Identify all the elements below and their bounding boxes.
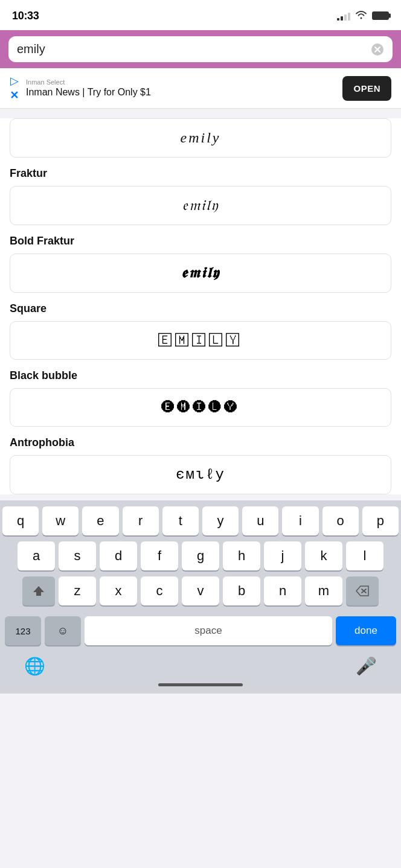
key-m[interactable]: m xyxy=(305,576,342,605)
microphone-icon[interactable]: 🎤 xyxy=(356,656,377,676)
search-input-wrap: emily xyxy=(8,36,393,62)
home-bar-line xyxy=(158,683,243,686)
results-area: emily Fraktur 𝔢𝔪𝔦𝔩𝔶 Bold Fraktur 𝖊𝖒𝖎𝖑𝖞 S… xyxy=(0,118,401,494)
key-g[interactable]: g xyxy=(182,541,219,570)
key-p[interactable]: p xyxy=(362,506,399,535)
antrophobia-text: ємιℓу xyxy=(176,467,225,483)
first-result-text: emily xyxy=(181,130,221,145)
emoji-key[interactable]: ☺ xyxy=(45,616,81,645)
key-k[interactable]: k xyxy=(305,541,342,570)
key-l[interactable]: l xyxy=(346,541,383,570)
square-text: 🄴🄼🄸🄻🅈 xyxy=(158,333,243,348)
clear-button[interactable] xyxy=(371,43,384,56)
backspace-key[interactable] xyxy=(346,576,379,605)
key-a[interactable]: a xyxy=(18,541,55,570)
section-label-bold-fraktur: Bold Fraktur xyxy=(10,235,391,247)
signal-icon xyxy=(337,11,350,21)
key-z[interactable]: z xyxy=(59,576,96,605)
keyboard-row-2: a s d f g h j k l xyxy=(2,541,399,570)
key-r[interactable]: r xyxy=(123,506,159,535)
key-h[interactable]: h xyxy=(223,541,260,570)
search-input[interactable]: emily xyxy=(17,42,366,56)
keyboard: q w e r t y u i o p a s d f g h j k l z … xyxy=(0,500,401,650)
ad-open-button[interactable]: OPEN xyxy=(342,76,391,101)
status-time: 10:33 xyxy=(12,10,39,22)
keyboard-row-1: q w e r t y u i o p xyxy=(2,506,399,535)
bold-fraktur-text: 𝖊𝖒𝖎𝖑𝖞 xyxy=(181,265,220,281)
ad-source: Inman Select xyxy=(26,78,335,86)
home-indicator-bar: 🌐 🎤 xyxy=(0,650,401,680)
section-label-square: Square xyxy=(10,302,391,315)
font-result-black-bubble[interactable]: 🅔🅜🅘🅛🅨 xyxy=(10,388,391,427)
status-bar: 10:33 xyxy=(0,0,401,30)
key-s[interactable]: s xyxy=(59,541,96,570)
font-result-square[interactable]: 🄴🄼🄸🄻🅈 xyxy=(10,321,391,360)
section-label-black-bubble: Black bubble xyxy=(10,369,391,382)
ad-title: Inman News | Try for Only $1 xyxy=(26,87,335,98)
font-result-fraktur[interactable]: 𝔢𝔪𝔦𝔩𝔶 xyxy=(10,186,391,225)
key-f[interactable]: f xyxy=(141,541,178,570)
font-result-first[interactable]: emily xyxy=(10,118,391,158)
keyboard-row-4: 123 ☺ space done xyxy=(2,611,399,650)
key-n[interactable]: n xyxy=(264,576,301,605)
black-bubble-text: 🅔🅜🅘🅛🅨 xyxy=(161,400,240,415)
home-bar xyxy=(0,680,401,694)
key-d[interactable]: d xyxy=(100,541,137,570)
key-o[interactable]: o xyxy=(322,506,359,535)
space-key[interactable]: space xyxy=(85,616,332,645)
close-ad-button[interactable]: ✕ xyxy=(10,89,19,102)
globe-icon[interactable]: 🌐 xyxy=(24,656,45,676)
font-result-bold-fraktur[interactable]: 𝖊𝖒𝖎𝖑𝖞 xyxy=(10,254,391,293)
fraktur-text: 𝔢𝔪𝔦𝔩𝔶 xyxy=(182,197,219,213)
section-label-fraktur: Fraktur xyxy=(10,167,391,180)
section-label-antrophobia: Antrophobia xyxy=(10,436,391,449)
key-v[interactable]: v xyxy=(182,576,219,605)
done-key[interactable]: done xyxy=(336,616,396,645)
key-i[interactable]: i xyxy=(282,506,318,535)
key-u[interactable]: u xyxy=(242,506,278,535)
ad-icon-wrap: ▷ ✕ xyxy=(10,74,19,102)
font-result-antrophobia[interactable]: ємιℓу xyxy=(10,455,391,494)
ad-banner: ▷ ✕ Inman Select Inman News | Try for On… xyxy=(0,68,401,109)
key-x[interactable]: x xyxy=(100,576,137,605)
key-t[interactable]: t xyxy=(162,506,199,535)
shift-key[interactable] xyxy=(22,576,55,605)
key-b[interactable]: b xyxy=(223,576,260,605)
battery-icon xyxy=(372,11,389,20)
key-q[interactable]: q xyxy=(2,506,39,535)
play-icon: ▷ xyxy=(10,74,19,88)
keyboard-row-3: z x c v b n m xyxy=(2,576,399,605)
ad-text: Inman Select Inman News | Try for Only $… xyxy=(26,78,335,98)
status-icons xyxy=(337,10,389,22)
wifi-icon xyxy=(355,10,367,22)
key-j[interactable]: j xyxy=(264,541,301,570)
search-bar: emily xyxy=(0,30,401,68)
key-c[interactable]: c xyxy=(141,576,178,605)
numbers-key[interactable]: 123 xyxy=(5,616,41,645)
key-w[interactable]: w xyxy=(42,506,79,535)
key-y[interactable]: y xyxy=(202,506,239,535)
key-e[interactable]: e xyxy=(82,506,118,535)
